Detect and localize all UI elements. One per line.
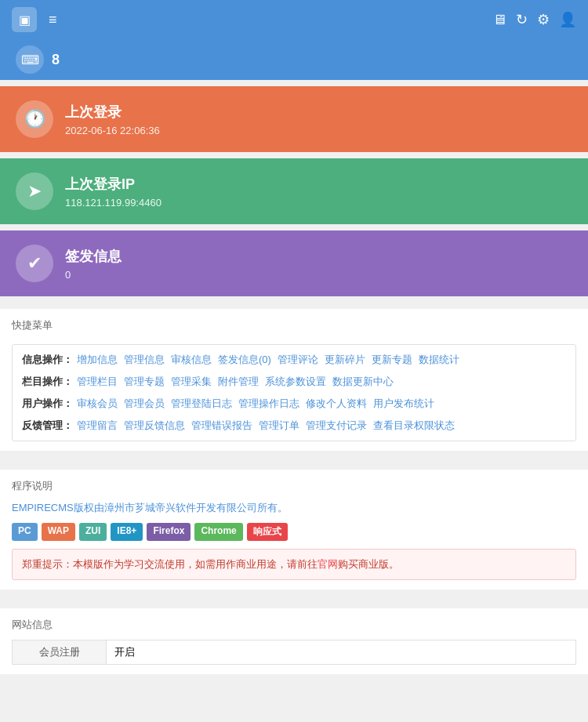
user-ops-links: 审核会员 管理会员 管理登陆日志 管理操作日志 修改个人资料 用户发布统计: [77, 397, 441, 411]
data-stats-link[interactable]: 数据统计: [419, 353, 459, 367]
divider-5: [0, 457, 588, 463]
logo-icon: ▣: [12, 7, 37, 32]
official-site-link[interactable]: 官网: [318, 558, 338, 570]
monitor-icon[interactable]: 🖥: [492, 12, 506, 28]
user-ops-row: 用户操作： 审核会员 管理会员 管理登陆日志 管理操作日志 修改个人资料 用户发…: [22, 397, 566, 411]
dir-permissions-link[interactable]: 查看目录权限状态: [373, 419, 455, 433]
tag-pc: PC: [12, 523, 38, 541]
last-ip-text: 上次登录IP 118.121.119.99:4460: [65, 175, 162, 209]
update-topics-link[interactable]: 更新专题: [372, 353, 412, 367]
info-ops-label: 信息操作：: [22, 353, 73, 367]
header-left: ▣ ≡: [12, 7, 57, 32]
website-info-table: 会员注册 开启: [12, 640, 576, 665]
user-icon[interactable]: 👤: [559, 11, 576, 28]
quick-menu-box: 信息操作： 增加信息 管理信息 审核信息 签发信息(0) 管理评论 更新碎片 更…: [12, 344, 576, 441]
divider-1: [0, 80, 588, 86]
feedback-label: 反馈管理：: [22, 419, 73, 433]
col-ops-row: 栏目操作： 管理栏目 管理专题 管理采集 附件管理 系统参数设置 数据更新中心: [22, 375, 566, 389]
manage-messages-link[interactable]: 管理留言: [77, 419, 118, 433]
audit-info-link[interactable]: 审核信息: [171, 353, 212, 367]
checkmark-icon: ✔: [16, 245, 53, 282]
user-ops-label: 用户操作：: [22, 397, 73, 411]
audit-member-link[interactable]: 审核会员: [77, 397, 118, 411]
user-publish-stats-link[interactable]: 用户发布统计: [373, 397, 434, 411]
add-info-link[interactable]: 增加信息: [77, 353, 118, 367]
last-login-card: 🕐 上次登录 2022-06-16 22:06:36: [0, 86, 588, 152]
member-register-label: 会员注册: [13, 640, 107, 665]
manage-columns-link[interactable]: 管理栏目: [77, 375, 118, 389]
clock-icon: 🕐: [16, 100, 53, 138]
top-card-partial: ⌨ 8: [0, 39, 588, 80]
sign-info-card: ✔ 签发信息 0: [0, 230, 588, 296]
website-section: 网站信息 会员注册 开启: [0, 608, 588, 674]
settings-icon[interactable]: ⚙: [537, 11, 550, 28]
tag-responsive: 响应式: [247, 523, 288, 541]
program-section-title: 程序说明: [12, 479, 576, 493]
tag-wap: WAP: [42, 523, 75, 541]
quick-menu-title: 快捷菜单: [12, 318, 576, 336]
update-fragments-link[interactable]: 更新碎片: [325, 353, 365, 367]
last-login-time: 2022-06-16 22:06:36: [65, 125, 160, 136]
quick-menu-section: 快捷菜单 信息操作： 增加信息 管理信息 审核信息 签发信息(0) 管理评论 更…: [0, 309, 588, 451]
divider-2: [0, 152, 588, 158]
sign-info-value: 0: [65, 269, 122, 281]
browser-tags: PC WAP ZUI IE8+ Firefox Chrome 响应式: [12, 523, 576, 541]
login-log-link[interactable]: 管理登陆日志: [171, 397, 232, 411]
tag-chrome: Chrome: [194, 523, 242, 541]
info-ops-row: 信息操作： 增加信息 管理信息 审核信息 签发信息(0) 管理评论 更新碎片 更…: [22, 353, 566, 367]
last-login-text: 上次登录 2022-06-16 22:06:36: [65, 103, 160, 136]
website-section-title: 网站信息: [12, 618, 576, 632]
warning-text: 郑重提示：本模版作为学习交流使用，如需用作商业用途，请前往: [22, 558, 318, 570]
warning-box: 郑重提示：本模版作为学习交流使用，如需用作商业用途，请前往官网购买商业版。: [12, 549, 576, 580]
info-ops-links: 增加信息 管理信息 审核信息 签发信息(0) 管理评论 更新碎片 更新专题 数据…: [77, 353, 466, 367]
tag-zui: ZUI: [79, 523, 107, 541]
ops-log-link[interactable]: 管理操作日志: [238, 397, 299, 411]
manage-orders-link[interactable]: 管理订单: [259, 419, 299, 433]
location-icon: ➤: [16, 172, 53, 210]
sign-info-link[interactable]: 签发信息(0): [218, 353, 271, 367]
member-register-value: 开启: [107, 640, 576, 665]
warning-text-2: 购买商业版。: [338, 558, 399, 570]
feedback-links: 管理留言 管理反馈信息 管理错误报告 管理订单 管理支付记录 查看目录权限状态: [77, 419, 461, 433]
top-card-value: 8: [52, 52, 60, 68]
manage-collect-link[interactable]: 管理采集: [171, 375, 212, 389]
table-row: 会员注册 开启: [13, 640, 576, 665]
manage-feedback-link[interactable]: 管理反馈信息: [124, 419, 185, 433]
copyright-text: EMPIRECMS版权由漳州市芗城帝兴软件开发有限公司所有。: [12, 501, 576, 515]
manage-errors-link[interactable]: 管理错误报告: [191, 419, 252, 433]
last-ip-title: 上次登录IP: [65, 175, 162, 194]
feedback-row: 反馈管理： 管理留言 管理反馈信息 管理错误报告 管理订单 管理支付记录 查看目…: [22, 419, 566, 433]
col-ops-label: 栏目操作：: [22, 375, 73, 389]
divider-3: [0, 224, 588, 230]
refresh-icon[interactable]: ↻: [516, 11, 528, 28]
menu-toggle-icon[interactable]: ≡: [49, 12, 57, 28]
col-ops-links: 管理栏目 管理专题 管理采集 附件管理 系统参数设置 数据更新中心: [77, 375, 400, 389]
edit-profile-link[interactable]: 修改个人资料: [306, 397, 367, 411]
data-update-center-link[interactable]: 数据更新中心: [332, 375, 394, 389]
last-login-title: 上次登录: [65, 103, 160, 122]
header: ▣ ≡ 🖥 ↻ ⚙ 👤: [0, 0, 588, 39]
system-params-link[interactable]: 系统参数设置: [265, 375, 326, 389]
attachment-mgmt-link[interactable]: 附件管理: [218, 375, 259, 389]
sign-info-text: 签发信息 0: [65, 247, 122, 281]
tag-firefox: Firefox: [147, 523, 191, 541]
divider-6: [0, 596, 588, 602]
program-section: 程序说明 EMPIRECMS版权由漳州市芗城帝兴软件开发有限公司所有。 PC W…: [0, 470, 588, 590]
manage-topics-link[interactable]: 管理专题: [124, 375, 165, 389]
keyboard-icon: ⌨: [16, 45, 44, 74]
manage-member-link[interactable]: 管理会员: [124, 397, 165, 411]
sign-info-title: 签发信息: [65, 247, 122, 266]
manage-info-link[interactable]: 管理信息: [124, 353, 165, 367]
divider-4: [0, 296, 588, 303]
last-ip-value: 118.121.119.99:4460: [65, 197, 162, 209]
tag-ie8: IE8+: [111, 523, 143, 541]
manage-payments-link[interactable]: 管理支付记录: [306, 419, 367, 433]
header-right: 🖥 ↻ ⚙ 👤: [492, 11, 576, 28]
last-ip-card: ➤ 上次登录IP 118.121.119.99:4460: [0, 158, 588, 224]
manage-comments-link[interactable]: 管理评论: [278, 353, 318, 367]
